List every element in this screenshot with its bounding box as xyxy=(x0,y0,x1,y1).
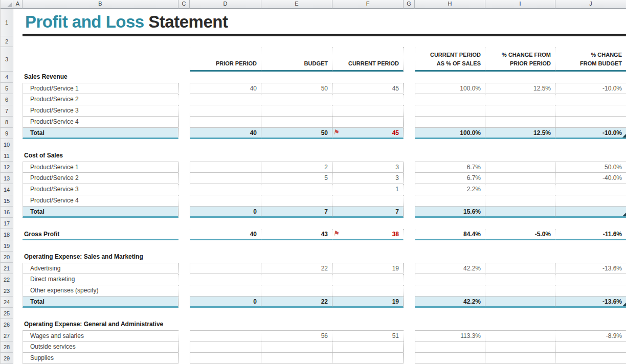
col-header-prior-period[interactable]: PRIOR PERIOD xyxy=(190,47,261,72)
cell-pct-sales[interactable]: 113.3% xyxy=(415,330,485,342)
column-header-j[interactable]: J xyxy=(555,0,626,9)
cell-chg-prior[interactable] xyxy=(485,117,555,128)
row-header-16[interactable]: 16 xyxy=(1,207,13,218)
empty-cell[interactable] xyxy=(13,263,23,274)
row-header-5[interactable]: 5 xyxy=(1,83,13,94)
empty-cell[interactable] xyxy=(13,9,23,36)
cell-pct-sales[interactable] xyxy=(415,117,485,128)
cell-budget[interactable] xyxy=(261,342,332,353)
empty-cell[interactable] xyxy=(404,128,415,139)
empty-cell[interactable] xyxy=(13,240,23,252)
cell-chg-prior[interactable] xyxy=(485,263,555,274)
empty-cell[interactable] xyxy=(13,353,23,364)
cell-current[interactable] xyxy=(332,105,404,117)
column-header-i[interactable]: I xyxy=(485,0,555,9)
row-header-9[interactable]: 9 xyxy=(1,128,13,139)
empty-cell[interactable] xyxy=(178,83,190,94)
cell-chg-prior[interactable] xyxy=(485,184,555,195)
total-label[interactable]: Total xyxy=(23,297,178,308)
cell-current[interactable]: 19 xyxy=(332,297,404,308)
section-title-opex-general-admin[interactable]: Operating Expense: General and Administr… xyxy=(23,319,178,330)
gross-profit-label[interactable]: Gross Profit xyxy=(23,229,178,240)
row-header-21[interactable]: 21 xyxy=(1,263,13,274)
empty-cell[interactable] xyxy=(178,353,190,364)
empty-cell[interactable] xyxy=(404,207,415,218)
cell-pct-sales[interactable]: 42.2% xyxy=(415,263,485,274)
col-header-change-from-budget[interactable]: % CHANGEFROM BUDGET xyxy=(555,47,626,72)
row-header-18[interactable]: 18 xyxy=(1,229,13,240)
empty-cell[interactable] xyxy=(404,83,415,94)
row-label[interactable]: Product/Service 1 xyxy=(23,162,178,173)
cell-chg-budget[interactable]: -8.9% xyxy=(555,330,626,342)
cell-prior[interactable] xyxy=(190,274,261,285)
row-label[interactable]: Product/Service 3 xyxy=(23,105,178,117)
empty-cell[interactable] xyxy=(404,173,415,184)
empty-cell[interactable] xyxy=(13,173,23,184)
cell-chg-budget[interactable]: 50.0% xyxy=(555,162,626,173)
cell-chg-budget[interactable] xyxy=(555,207,626,218)
column-header-h[interactable]: H xyxy=(415,0,485,9)
empty-cell[interactable] xyxy=(178,207,190,218)
cell-chg-budget[interactable] xyxy=(555,195,626,207)
cell-pct-sales[interactable]: 100.0% xyxy=(415,83,485,94)
empty-cell[interactable] xyxy=(178,274,190,285)
cell-prior[interactable] xyxy=(190,162,261,173)
row-header-24[interactable]: 24 xyxy=(1,297,13,308)
cell-chg-prior[interactable]: -5.0% xyxy=(485,229,555,240)
cell-prior[interactable] xyxy=(190,195,261,207)
column-header-f[interactable]: F xyxy=(332,0,404,9)
cell-current[interactable] xyxy=(332,285,404,297)
empty-cell[interactable] xyxy=(13,330,23,342)
cell-chg-prior[interactable] xyxy=(485,195,555,207)
worksheet-title-cell[interactable]: Profit and Loss Statement xyxy=(23,9,626,36)
cell-budget[interactable]: 7 xyxy=(261,207,332,218)
column-header-e[interactable]: E xyxy=(261,0,332,9)
cell-prior[interactable] xyxy=(190,117,261,128)
cell-pct-sales[interactable]: 2.2% xyxy=(415,184,485,195)
cell-prior[interactable]: 0 xyxy=(190,207,261,218)
empty-cell[interactable] xyxy=(178,229,190,240)
cell-pct-sales[interactable] xyxy=(415,274,485,285)
col-header-current-period[interactable]: CURRENT PERIOD xyxy=(332,47,404,72)
empty-cell[interactable] xyxy=(178,263,190,274)
cell-prior[interactable] xyxy=(190,94,261,105)
cell-current[interactable]: 51 xyxy=(332,330,404,342)
empty-cell[interactable] xyxy=(178,47,190,72)
section-title-cost-of-sales[interactable]: Cost of Sales xyxy=(23,150,178,162)
column-header-d[interactable]: D xyxy=(190,0,261,9)
row-label[interactable]: Wages and salaries xyxy=(23,330,178,342)
row-header-8[interactable]: 8 xyxy=(1,117,13,128)
empty-cell[interactable] xyxy=(178,195,190,207)
cell-current[interactable] xyxy=(332,342,404,353)
cell-current[interactable]: 3 xyxy=(332,173,404,184)
cell-pct-sales[interactable]: 6.7% xyxy=(415,173,485,184)
cell-budget[interactable]: 22 xyxy=(261,263,332,274)
empty-cell[interactable] xyxy=(13,94,23,105)
empty-cell[interactable] xyxy=(13,308,23,319)
cell-chg-budget[interactable] xyxy=(555,117,626,128)
empty-cell[interactable] xyxy=(178,173,190,184)
row-header-11[interactable]: 11 xyxy=(1,150,13,162)
empty-cell[interactable] xyxy=(13,207,23,218)
row-label[interactable]: Product/Service 4 xyxy=(23,117,178,128)
cell-budget[interactable] xyxy=(261,274,332,285)
empty-cell[interactable] xyxy=(13,139,23,150)
cell-budget[interactable]: 50 xyxy=(261,83,332,94)
cell-chg-budget[interactable] xyxy=(555,184,626,195)
cell-budget[interactable]: 22 xyxy=(261,297,332,308)
row-label[interactable]: Product/Service 4 xyxy=(23,195,178,207)
empty-cell[interactable] xyxy=(23,47,178,72)
empty-cell[interactable] xyxy=(13,184,23,195)
row-label[interactable]: Product/Service 2 xyxy=(23,173,178,184)
cell-pct-sales[interactable]: 6.7% xyxy=(415,162,485,173)
empty-cell[interactable] xyxy=(404,342,415,353)
cell-chg-budget[interactable]: -11.6% xyxy=(555,229,626,240)
empty-cell[interactable] xyxy=(13,47,23,72)
row-header-25[interactable]: 25 xyxy=(1,308,13,319)
empty-cell[interactable] xyxy=(178,162,190,173)
total-label[interactable]: Total xyxy=(23,207,178,218)
cell-current[interactable]: 19 xyxy=(332,263,404,274)
cell-current[interactable] xyxy=(332,94,404,105)
cell-budget[interactable]: 43 xyxy=(261,229,332,240)
cell-pct-sales[interactable]: 100.0% xyxy=(415,128,485,139)
